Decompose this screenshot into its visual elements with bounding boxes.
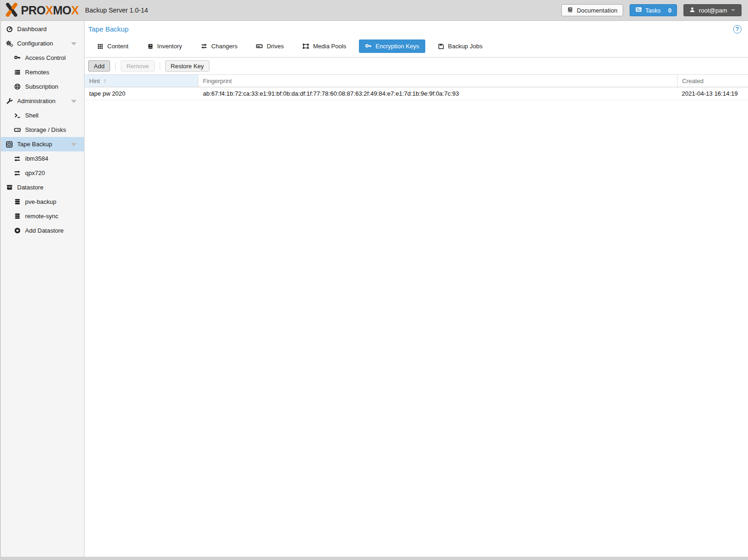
user-icon (689, 7, 696, 14)
proxmox-logo: PROXMOX (1, 3, 83, 18)
topbar-actions: Documentation Tasks 0 (561, 4, 741, 16)
tab-media-pools[interactable]: Media Pools (296, 39, 352, 53)
tab-label: Content (107, 43, 129, 50)
sidebar-item-label: Remotes (25, 69, 49, 76)
book-icon (147, 43, 154, 50)
sidebar-item-add-datastore[interactable]: Add Datastore (1, 223, 84, 238)
sidebar-item-configuration[interactable]: Configuration (1, 36, 84, 51)
logo-wordmark: PROXMOX (21, 5, 78, 16)
tab-label: Media Pools (313, 43, 346, 50)
tape-drive-icon (256, 43, 263, 50)
sidebar-item-administration[interactable]: Administration (1, 94, 84, 108)
database-icon (13, 198, 21, 206)
column-header-hint[interactable]: Hint ↑ (85, 75, 198, 87)
life-ring-icon (13, 83, 21, 91)
collapse-caret-icon[interactable] (71, 42, 77, 46)
key-icon (13, 54, 21, 62)
toolbar-separator (160, 62, 160, 70)
tab-label: Changers (211, 43, 237, 50)
tape-icon (6, 141, 13, 148)
plus-circle-icon (13, 227, 21, 234)
toolbar-separator (115, 62, 116, 70)
tab-inventory[interactable]: Inventory (141, 39, 188, 53)
sidebar-item-remote-sync[interactable]: remote-sync (1, 209, 84, 223)
proxmox-x-icon (5, 3, 19, 18)
sidebar: Dashboard Configuration (1, 21, 85, 557)
app-shell: PROXMOX Backup Server 1.0-14 Documentati… (1, 0, 748, 557)
sidebar-item-label: Storage / Disks (25, 126, 66, 133)
sidebar-item-label: Subscription (25, 83, 59, 90)
collapse-caret-icon[interactable] (71, 100, 77, 103)
sidebar-item-access-control[interactable]: Access Control (1, 51, 84, 65)
documentation-button[interactable]: Documentation (561, 4, 623, 16)
exchange-icon (201, 43, 208, 50)
save-floppy-icon (438, 43, 444, 50)
sidebar-item-label: Tape Backup (17, 141, 52, 148)
task-list-icon (635, 6, 642, 14)
table-row[interactable]: tape pw 2020 ab:67:f4:1b:72:ca:33:e1:91:… (85, 87, 748, 100)
help-icon[interactable]: ? (733, 25, 741, 33)
tab-backup-jobs[interactable]: Backup Jobs (432, 39, 488, 53)
sidebar-item-remotes[interactable]: Remotes (1, 65, 84, 79)
object-group-icon (302, 43, 309, 50)
restore-key-button[interactable]: Restore Key (165, 60, 210, 72)
sidebar-item-label: remote-sync (25, 213, 59, 220)
tab-content[interactable]: Content (91, 39, 135, 53)
cell-hint: tape pw 2020 (85, 90, 198, 97)
documentation-label: Documentation (577, 7, 617, 14)
sidebar-item-storage-disks[interactable]: Storage / Disks (1, 123, 84, 137)
terminal-icon (13, 112, 21, 119)
chevron-down-icon (730, 7, 736, 14)
user-label: root@pam (699, 7, 727, 14)
tab-drives[interactable]: Drives (250, 39, 290, 53)
sort-asc-icon: ↑ (103, 77, 106, 85)
sidebar-item-label: Administration (17, 98, 55, 104)
database-icon (13, 213, 21, 220)
table-header: Hint ↑ Fingerprint Created (85, 74, 748, 87)
panel-header: Tape Backup ? (85, 21, 748, 58)
key-icon (365, 43, 372, 50)
main-panel: Tape Backup ? (85, 21, 748, 557)
tab-changers[interactable]: Changers (195, 39, 243, 53)
book-icon (567, 7, 573, 14)
sidebar-item-label: Shell (25, 112, 39, 119)
server-stack-icon (13, 69, 21, 76)
tab-encryption-keys[interactable]: Encryption Keys (359, 39, 425, 53)
hdd-icon (13, 126, 21, 134)
gears-icon (6, 40, 13, 47)
grid-icon (97, 43, 104, 50)
sidebar-item-tape-backup[interactable]: Tape Backup (1, 137, 84, 151)
add-button[interactable]: Add (88, 60, 110, 72)
sidebar-item-label: pve-backup (25, 198, 56, 205)
sidebar-item-dashboard[interactable]: Dashboard (1, 22, 84, 36)
sidebar-item-ibm3584[interactable]: ibm3584 (1, 151, 84, 166)
sidebar-item-pve-backup[interactable]: pve-backup (1, 195, 84, 209)
tab-label: Inventory (157, 43, 182, 50)
table-empty-area (85, 100, 748, 557)
wrench-icon (6, 98, 13, 105)
exchange-icon (13, 155, 21, 163)
user-menu-button[interactable]: root@pam (683, 4, 741, 16)
tab-label: Backup Jobs (448, 43, 482, 50)
sidebar-item-label: Add Datastore (25, 227, 64, 234)
column-header-created[interactable]: Created (677, 75, 748, 87)
product-version-title: Backup Server 1.0-14 (85, 7, 148, 14)
sidebar-item-subscription[interactable]: Subscription (1, 79, 84, 94)
sidebar-item-label: Access Control (25, 54, 65, 61)
remove-button[interactable]: Remove (121, 60, 154, 72)
topbar: PROXMOX Backup Server 1.0-14 Documentati… (1, 0, 748, 21)
cell-created: 2021-04-13 16:14:19 (677, 90, 748, 97)
tasks-label: Tasks (645, 7, 661, 14)
sidebar-item-datastore[interactable]: Datastore (1, 180, 84, 195)
sidebar-item-label: qpx720 (25, 169, 45, 176)
sidebar-item-qpx720[interactable]: qpx720 (1, 166, 84, 180)
cell-fingerprint: ab:67:f4:1b:72:ca:33:e1:91:bf:0b:da:df:1… (198, 90, 677, 97)
sidebar-item-shell[interactable]: Shell (1, 108, 84, 123)
toolbar: Add Remove Restore Key (85, 58, 748, 74)
tab-label: Encryption Keys (376, 43, 419, 50)
sidebar-item-label: ibm3584 (25, 155, 48, 162)
column-header-fingerprint[interactable]: Fingerprint (198, 75, 677, 87)
collapse-caret-icon[interactable] (71, 143, 77, 146)
tasks-button[interactable]: Tasks 0 (630, 4, 677, 16)
sidebar-item-label: Dashboard (17, 26, 47, 33)
